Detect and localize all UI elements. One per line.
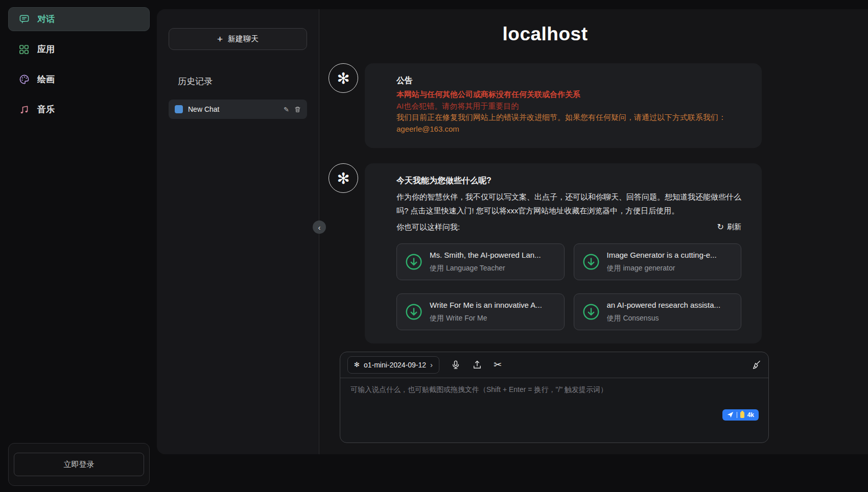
openai-logo-icon: ✻ [337,169,349,187]
microphone-button[interactable] [451,360,461,370]
badge-divider [737,412,737,418]
chevron-right-icon: › [430,360,433,369]
circle-arrow-down-icon [582,303,600,321]
paper-plane-icon [727,411,734,418]
composer: ✻ o1-mini-2024-09-12 › [340,352,769,443]
suggestion-card[interactable]: Write For Me is an innovative A... 使用 Wr… [396,293,565,330]
suggestion-subtitle: 使用 Consensus [607,313,721,324]
new-chat-button[interactable]: + 新建聊天 [169,28,307,50]
broom-icon [751,360,761,370]
scissors-button[interactable]: ✂ [494,360,502,370]
message-bubble: 今天我能为您做些什么呢? 作为你的智慧伙伴，我不仅可以写文案、出点子，还可以和你… [365,163,762,343]
sidebar-item-chat[interactable]: 对话 [8,7,150,31]
new-chat-label: 新建聊天 [228,34,259,44]
suggestion-texts: Ms. Smith, the AI-powered Lan... 使用 Lang… [430,250,541,274]
grid-icon [18,44,30,55]
chat-item-icon [175,105,183,113]
announcement-line: 本网站与任何其他公司或商标没有任何关联或合作关系 [396,89,741,101]
suggestion-subtitle: 使用 image generator [607,263,717,274]
history-title: 历史记录 [169,76,307,87]
chat-item-actions: ✎ [284,106,301,113]
chat-list-panel: + 新建聊天 历史记录 New Chat ✎ [157,9,319,454]
sidebar-item-music[interactable]: 音乐 [8,97,150,121]
welcome-title: 今天我能为您做些什么呢? [396,175,741,187]
sidebar-item-apps[interactable]: 应用 [8,37,150,61]
upload-icon [472,360,482,370]
openai-logo-icon: ✻ [337,69,349,87]
music-note-icon [18,104,30,115]
send-token-badge[interactable]: 4k [722,409,759,421]
suggestion-subtitle: 使用 Language Teacher [430,263,541,274]
microphone-icon [451,360,461,370]
suggestion-card[interactable]: an AI-powered research assista... 使用 Con… [574,293,742,330]
composer-body: 4k [340,378,768,442]
circle-arrow-down-icon [405,253,423,270]
announcement-line: 我们目前正在修复我们网站上的错误并改进细节。如果您有任何疑问，请通过以下方式联系… [396,112,741,124]
chevron-left-icon: ‹ [318,224,321,231]
announcement-line: AI也会犯错。请勿将其用于重要目的 [396,101,741,112]
sidebar-item-label: 应用 [37,43,55,55]
sidebar-item-label: 音乐 [37,104,55,115]
chat-window: + 新建聊天 历史记录 New Chat ✎ [157,9,868,454]
app-root: 对话 应用 [0,0,868,492]
suggestion-texts: an AI-powered research assista... 使用 Con… [607,300,721,324]
message-welcome: ✻ 今天我能为您做些什么呢? 作为你的智慧伙伴，我不仅可以写文案、出点子，还可以… [329,163,762,343]
chat-list-item[interactable]: New Chat ✎ [169,100,307,119]
suggestion-card[interactable]: Ms. Smith, the AI-powered Lan... 使用 Lang… [396,243,565,280]
sidebar-item-drawing[interactable]: 绘画 [8,67,150,91]
collapse-sidebar-button[interactable]: ‹ [313,220,326,234]
message-input[interactable] [350,385,758,421]
palette-icon [18,74,30,85]
model-sparkle-icon: ✻ [354,361,360,368]
token-count: 4k [747,411,754,419]
avatar: ✻ [329,63,358,93]
message-bubble: 公告 本网站与任何其他公司或商标没有任何关联或合作关系 AI也会犯错。请勿将其用… [365,63,762,148]
ask-hint: 你也可以这样问我: [396,222,460,233]
welcome-body: 作为你的智慧伙伴，我不仅可以写文案、出点子，还可以和你聊天、回答问题。想知道我还… [396,190,741,217]
login-button[interactable]: 立即登录 [14,453,144,476]
suggestion-title: Ms. Smith, the AI-powered Lan... [430,250,541,261]
trash-icon[interactable] [294,106,301,113]
circle-arrow-down-icon [405,303,423,321]
suggestion-subtitle: 使用 Write For Me [430,313,542,324]
login-panel: 立即登录 [8,443,150,486]
upload-button[interactable] [472,360,482,370]
announcement-title: 公告 [396,75,741,87]
sidebar: 对话 应用 [0,0,157,492]
suggestion-texts: Write For Me is an innovative A... 使用 Wr… [430,300,542,324]
refresh-label: 刷新 [727,223,741,232]
refresh-icon: ↻ [717,223,724,231]
suggestion-title: Image Generator is a cutting-e... [607,250,717,261]
refresh-button[interactable]: ↻ 刷新 [717,223,741,232]
sidebar-item-label: 对话 [37,13,55,25]
avatar: ✻ [329,163,358,193]
edit-icon[interactable]: ✎ [284,106,289,113]
clear-context-button[interactable] [751,360,761,370]
page-title: localhost [329,23,762,45]
battery-icon [740,412,744,418]
sidebar-item-label: 绘画 [37,73,55,85]
composer-toolbar: ✻ o1-mini-2024-09-12 › [340,352,768,378]
suggestion-title: Write For Me is an innovative A... [430,300,542,311]
suggestion-texts: Image Generator is a cutting-e... 使用 ima… [607,250,717,274]
main-area: ‹ localhost ✻ 公告 本网站与任何其他公司或商标没有任何关联或合作关… [319,9,868,454]
model-label: o1-mini-2024-09-12 [364,361,426,369]
hint-row: 你也可以这样问我: ↻ 刷新 [396,222,741,233]
circle-arrow-down-icon [582,253,600,270]
message-announcement: ✻ 公告 本网站与任何其他公司或商标没有任何关联或合作关系 AI也会犯错。请勿将… [329,63,762,148]
chat-item-title: New Chat [188,105,278,113]
model-selector[interactable]: ✻ o1-mini-2024-09-12 › [347,356,439,374]
chat-bubble-icon [18,14,30,25]
suggestion-title: an AI-powered research assista... [607,300,721,311]
scissors-icon: ✂ [494,360,502,370]
suggestion-grid: Ms. Smith, the AI-powered Lan... 使用 Lang… [396,243,741,330]
message-list: localhost ✻ 公告 本网站与任何其他公司或商标没有任何关联或合作关系 … [319,23,868,343]
plus-icon: + [217,34,223,44]
contact-email-link[interactable]: ageerle@163.com [396,124,459,135]
suggestion-card[interactable]: Image Generator is a cutting-e... 使用 ima… [574,243,742,280]
